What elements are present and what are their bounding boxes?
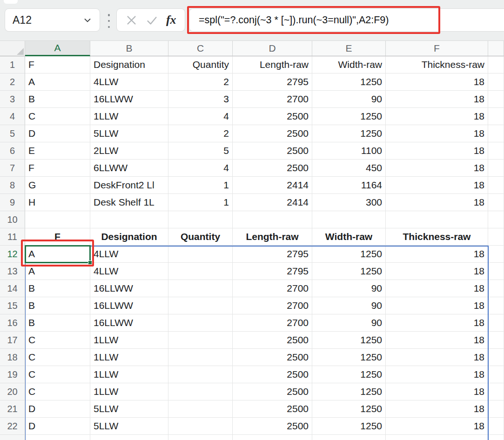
cell-B4[interactable]: 1LLW xyxy=(90,108,168,125)
row-header-23[interactable]: 23 xyxy=(0,435,25,440)
cell-A4[interactable]: C xyxy=(25,108,90,125)
row-header-12[interactable]: 12 xyxy=(0,246,25,263)
cell-C23[interactable] xyxy=(168,435,233,440)
cell-D6[interactable]: 2500 xyxy=(233,142,312,160)
cell-C1[interactable]: Quantity xyxy=(168,56,233,73)
cell-B11[interactable]: Designation xyxy=(90,228,168,246)
cell-B15[interactable]: 16LLWW xyxy=(90,297,168,314)
cell-B9[interactable]: Desk Shelf 1L xyxy=(90,194,168,211)
cell-C22[interactable] xyxy=(168,418,233,435)
cell-F11[interactable]: Thickness-raw xyxy=(386,228,488,246)
cell-A12[interactable]: A xyxy=(25,246,90,263)
column-header-E[interactable]: E xyxy=(312,41,386,56)
cell-G3[interactable] xyxy=(488,91,504,108)
cell-F19[interactable]: 18 xyxy=(386,366,488,383)
cell-D13[interactable]: 2795 xyxy=(233,263,312,280)
cell-F12[interactable]: 18 xyxy=(386,246,488,263)
insert-function-icon[interactable]: fx xyxy=(166,14,176,26)
cell-E21[interactable]: 1250 xyxy=(312,400,386,418)
cell-G18[interactable] xyxy=(488,349,504,366)
cell-C8[interactable]: 1 xyxy=(168,177,233,194)
cell-D5[interactable]: 2500 xyxy=(233,125,312,142)
cell-G16[interactable] xyxy=(488,314,504,332)
row-header-5[interactable]: 5 xyxy=(0,125,25,142)
cell-A19[interactable]: C xyxy=(25,366,90,383)
cell-E14[interactable]: 90 xyxy=(312,280,386,297)
cell-D7[interactable]: 2500 xyxy=(233,160,312,177)
cell-C4[interactable]: 4 xyxy=(168,108,233,125)
cell-D10[interactable] xyxy=(233,211,312,228)
row-header-21[interactable]: 21 xyxy=(0,400,25,418)
cell-D21[interactable]: 2500 xyxy=(233,400,312,418)
cell-C11[interactable]: Quantity xyxy=(168,228,233,246)
cell-D22[interactable]: 2500 xyxy=(233,418,312,435)
cell-C21[interactable] xyxy=(168,400,233,418)
cell-B13[interactable]: 4LLW xyxy=(90,263,168,280)
row-header-15[interactable]: 15 xyxy=(0,297,25,314)
cell-A14[interactable]: B xyxy=(25,280,90,297)
cell-E15[interactable]: 90 xyxy=(312,297,386,314)
row-header-18[interactable]: 18 xyxy=(0,349,25,366)
row-header-22[interactable]: 22 xyxy=(0,418,25,435)
cell-E13[interactable]: 1250 xyxy=(312,263,386,280)
cell-C9[interactable]: 1 xyxy=(168,194,233,211)
cell-D17[interactable]: 2500 xyxy=(233,332,312,349)
row-header-2[interactable]: 2 xyxy=(0,73,25,91)
cell-B2[interactable]: 4LLW xyxy=(90,73,168,91)
cell-F18[interactable]: 18 xyxy=(386,349,488,366)
cell-F20[interactable]: 18 xyxy=(386,383,488,400)
row-header-17[interactable]: 17 xyxy=(0,332,25,349)
cell-E16[interactable]: 90 xyxy=(312,314,386,332)
row-header-9[interactable]: 9 xyxy=(0,194,25,211)
cell-A9[interactable]: H xyxy=(25,194,90,211)
cell-E6[interactable]: 1100 xyxy=(312,142,386,160)
cell-F1[interactable]: Thickness-raw xyxy=(386,56,488,73)
fill-handle[interactable] xyxy=(88,260,92,265)
check-icon[interactable] xyxy=(146,14,158,27)
row-header-3[interactable]: 3 xyxy=(0,91,25,108)
cell-D8[interactable]: 2414 xyxy=(233,177,312,194)
cell-G12[interactable] xyxy=(488,246,504,263)
cell-A10[interactable] xyxy=(25,211,90,228)
cell-E7[interactable]: 450 xyxy=(312,160,386,177)
cell-F15[interactable]: 18 xyxy=(386,297,488,314)
cell-E12[interactable]: 1250 xyxy=(312,246,386,263)
cell-D20[interactable]: 2500 xyxy=(233,383,312,400)
cell-E3[interactable]: 90 xyxy=(312,91,386,108)
cell-B22[interactable]: 5LLW xyxy=(90,418,168,435)
cell-E19[interactable]: 1250 xyxy=(312,366,386,383)
cell-B19[interactable]: 1LLW xyxy=(90,366,168,383)
row-header-7[interactable]: 7 xyxy=(0,160,25,177)
cell-B16[interactable]: 16LLWW xyxy=(90,314,168,332)
cell-F9[interactable]: 18 xyxy=(386,194,488,211)
cell-G13[interactable] xyxy=(488,263,504,280)
select-all-corner[interactable] xyxy=(0,41,25,56)
cell-C20[interactable] xyxy=(168,383,233,400)
cancel-icon[interactable] xyxy=(125,14,138,27)
column-header-C[interactable]: C xyxy=(168,41,233,56)
cell-G8[interactable] xyxy=(488,177,504,194)
cell-D1[interactable]: Length-raw xyxy=(233,56,312,73)
kebab-menu-icon[interactable] xyxy=(106,14,112,28)
cell-C7[interactable]: 4 xyxy=(168,160,233,177)
name-box[interactable]: A12 xyxy=(5,8,100,32)
formula-bar-input[interactable]: =spl("=?.conj(~3 * [~]).run(~3=null)",A2… xyxy=(189,8,504,32)
cell-E1[interactable]: Width-raw xyxy=(312,56,386,73)
cell-A16[interactable]: B xyxy=(25,314,90,332)
cell-F22[interactable]: 18 xyxy=(386,418,488,435)
cell-D4[interactable]: 2500 xyxy=(233,108,312,125)
row-header-10[interactable]: 10 xyxy=(0,211,25,228)
row-header-19[interactable]: 19 xyxy=(0,366,25,383)
row-header-13[interactable]: 13 xyxy=(0,263,25,280)
cell-F21[interactable]: 18 xyxy=(386,400,488,418)
cell-G10[interactable] xyxy=(488,211,504,228)
cell-C10[interactable] xyxy=(168,211,233,228)
cell-B3[interactable]: 16LLWW xyxy=(90,91,168,108)
cell-F10[interactable] xyxy=(386,211,488,228)
row-header-8[interactable]: 8 xyxy=(0,177,25,194)
cell-B17[interactable]: 1LLW xyxy=(90,332,168,349)
cell-F17[interactable]: 18 xyxy=(386,332,488,349)
cell-G17[interactable] xyxy=(488,332,504,349)
cell-A6[interactable]: E xyxy=(25,142,90,160)
column-header-D[interactable]: D xyxy=(233,41,312,56)
